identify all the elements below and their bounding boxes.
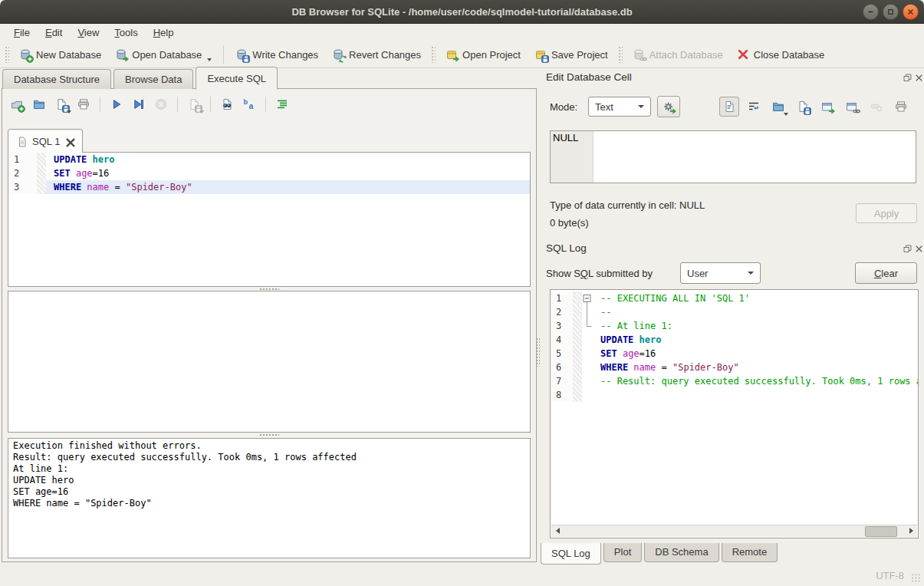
code-line: 1UPDATE hero <box>8 153 530 166</box>
toolbar-separator <box>210 97 211 112</box>
new-tab-button[interactable] <box>7 94 27 114</box>
chevron-down-icon <box>638 105 644 108</box>
toolbar-button-label: Save Project <box>551 49 608 61</box>
resize-grip-icon[interactable] <box>911 573 921 583</box>
apply-button[interactable]: Apply <box>856 203 917 223</box>
export-data-button[interactable] <box>793 97 813 117</box>
sql-log-view: 1-- EXECUTING ALL IN 'SQL 1'2--3-- At li… <box>550 289 919 538</box>
float-dock-icon <box>903 244 912 254</box>
sql-log-hscrollbar[interactable] <box>551 525 917 537</box>
sql-editor-tab[interactable]: SQL 1 <box>8 129 83 153</box>
results-splitter[interactable] <box>8 432 531 437</box>
open-in-external-button[interactable] <box>817 97 837 117</box>
sql-log-filter-select[interactable]: User <box>680 262 761 284</box>
float-log-dock-button[interactable] <box>903 244 912 254</box>
sql-editor-tab-label: SQL 1 <box>32 136 60 147</box>
save-project-icon <box>534 48 547 61</box>
toolbar-handle[interactable] <box>431 46 436 63</box>
tab-execute-sql[interactable]: Execute SQL <box>196 67 278 90</box>
word-wrap-icon <box>748 100 760 113</box>
sql-document-icon <box>16 136 28 147</box>
chevron-down-icon <box>748 272 754 275</box>
svg-text:a: a <box>249 101 254 110</box>
save-results-button[interactable] <box>184 94 204 114</box>
execute-all-button[interactable] <box>107 94 127 114</box>
toolbar-handle[interactable] <box>5 46 9 63</box>
apply-mode-button[interactable] <box>657 96 680 117</box>
code-line: 2-- <box>551 305 918 319</box>
link-icon <box>846 100 858 113</box>
open-project-button[interactable]: Open Project <box>439 44 528 65</box>
execute-current-line-icon <box>133 98 145 110</box>
open-project-icon <box>446 48 458 61</box>
open-database-button[interactable]: Open Database <box>108 44 219 65</box>
attach-database-button[interactable]: Attach Database <box>626 44 730 65</box>
save-sql-file-button[interactable] <box>51 94 71 114</box>
sql-editor[interactable]: 1UPDATE hero2SET age=163WHERE name = "Sp… <box>8 152 531 287</box>
scroll-right-button[interactable] <box>905 525 917 536</box>
cell-editor[interactable]: NULL <box>550 130 916 183</box>
word-wrap-button[interactable] <box>744 97 764 117</box>
toolbar-button-label: Attach Database <box>649 49 723 61</box>
menu-edit[interactable]: Edit <box>38 25 70 41</box>
print-button[interactable] <box>891 97 911 117</box>
dock-tab-plot[interactable]: Plot <box>603 543 642 562</box>
menu-view[interactable]: View <box>70 25 107 41</box>
dock-tab-remote[interactable]: Remote <box>722 543 778 562</box>
clear-log-button[interactable]: Clear <box>855 262 917 284</box>
print-button[interactable] <box>74 94 94 114</box>
scroll-left-button[interactable] <box>551 525 564 536</box>
menu-tools[interactable]: Tools <box>107 25 145 41</box>
menu-file[interactable]: File <box>6 25 38 41</box>
scrollbar-thumb[interactable] <box>865 526 897 537</box>
code-line: 3WHERE name = "Spider-Boy" <box>8 180 530 194</box>
save-project-button[interactable]: Save Project <box>528 44 615 65</box>
text-view-button[interactable] <box>719 97 739 117</box>
float-dock-button[interactable] <box>903 73 912 83</box>
execution-message: Execution finished without errors. Resul… <box>8 438 531 558</box>
chevron-down-icon <box>207 58 212 61</box>
print-icon <box>895 100 907 113</box>
minimize-button[interactable] <box>863 4 879 20</box>
close-database-button[interactable]: Close Database <box>730 44 832 65</box>
toolbar-handle[interactable] <box>618 46 623 63</box>
format-sql-button[interactable] <box>272 94 292 114</box>
code-line: 8 <box>551 388 918 402</box>
close-tab-icon[interactable] <box>64 137 74 146</box>
write-changes-button[interactable]: Write Changes <box>229 44 325 65</box>
mode-label: Mode: <box>550 101 577 113</box>
replace-button[interactable]: ba <box>239 94 259 114</box>
tab-browse-data[interactable]: Browse Data <box>113 69 193 89</box>
import-data-button[interactable] <box>768 97 788 117</box>
menu-help[interactable]: Help <box>146 25 182 41</box>
toolbar-button-label: New Database <box>36 49 101 61</box>
find-button[interactable] <box>217 94 237 114</box>
close-log-dock-button[interactable] <box>914 244 924 254</box>
link-button[interactable] <box>842 97 862 117</box>
format-sql-icon <box>276 98 288 110</box>
sql-log-dock-title: SQL Log <box>546 242 587 254</box>
sql-editor-toolbar: ba <box>7 94 292 114</box>
sql-log-filter-value: User <box>687 268 708 279</box>
open-sql-file-button[interactable] <box>29 94 49 114</box>
execute-current-line-button[interactable] <box>129 94 149 114</box>
tab-database-structure[interactable]: Database Structure <box>2 69 111 89</box>
scrollbar-track[interactable] <box>564 525 905 537</box>
dock-tab-db-schema[interactable]: DB Schema <box>644 543 718 562</box>
status-bar: UTF-8 <box>0 563 924 586</box>
text-view-icon <box>723 100 735 113</box>
stop-button[interactable] <box>151 94 171 114</box>
toolbar-separator <box>265 97 266 112</box>
results-grid <box>8 291 531 433</box>
close-dock-button[interactable] <box>914 73 924 83</box>
chevron-down-icon <box>199 110 204 114</box>
save-results-icon <box>188 98 200 110</box>
set-null-button[interactable] <box>866 97 886 117</box>
mode-select[interactable]: Text <box>588 97 651 117</box>
close-button[interactable] <box>903 4 919 20</box>
new-database-button[interactable]: New Database <box>12 44 108 65</box>
replace-icon: ba <box>243 98 255 110</box>
revert-changes-button[interactable]: Revert Changes <box>325 44 428 65</box>
maximize-button[interactable] <box>883 4 899 20</box>
dock-tab-sql-log[interactable]: SQL Log <box>541 543 601 565</box>
